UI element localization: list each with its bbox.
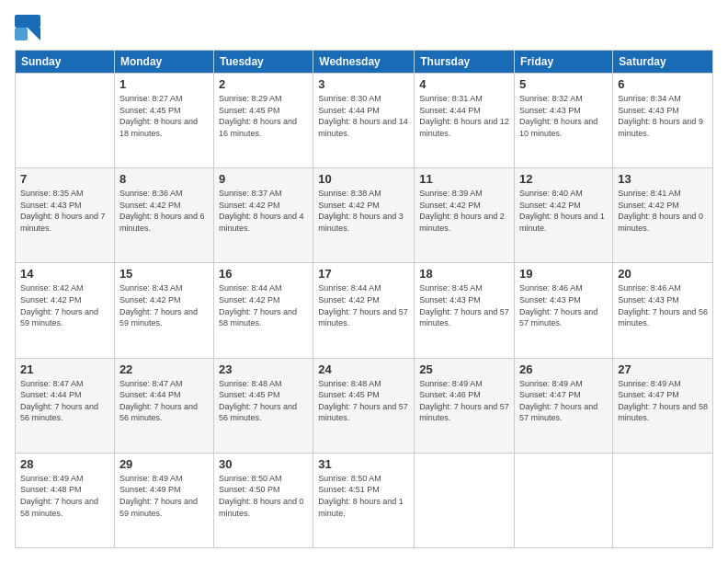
- calendar-cell: 3Sunrise: 8:30 AMSunset: 4:44 PMDaylight…: [313, 74, 415, 168]
- day-info: Sunrise: 8:49 AMSunset: 4:46 PMDaylight:…: [419, 378, 509, 424]
- calendar-cell: 20Sunrise: 8:46 AMSunset: 4:43 PMDayligh…: [613, 263, 713, 358]
- calendar-cell: 28Sunrise: 8:49 AMSunset: 4:48 PMDayligh…: [16, 453, 115, 547]
- calendar-cell: [415, 453, 515, 547]
- day-number: 15: [119, 267, 209, 281]
- day-info: Sunrise: 8:49 AMSunset: 4:49 PMDaylight:…: [119, 473, 209, 519]
- calendar-week-row: 7Sunrise: 8:35 AMSunset: 4:43 PMDaylight…: [16, 168, 713, 263]
- calendar-cell: 19Sunrise: 8:46 AMSunset: 4:43 PMDayligh…: [515, 263, 613, 358]
- day-number: 7: [20, 172, 109, 186]
- day-info: Sunrise: 8:39 AMSunset: 4:42 PMDaylight:…: [419, 188, 509, 234]
- day-number: 19: [519, 267, 608, 281]
- day-number: 10: [318, 172, 409, 186]
- day-number: 20: [618, 267, 708, 281]
- calendar-week-row: 1Sunrise: 8:27 AMSunset: 4:45 PMDaylight…: [16, 74, 713, 168]
- day-info: Sunrise: 8:49 AMSunset: 4:48 PMDaylight:…: [20, 473, 109, 519]
- day-info: Sunrise: 8:50 AMSunset: 4:51 PMDaylight:…: [318, 473, 409, 519]
- day-info: Sunrise: 8:38 AMSunset: 4:42 PMDaylight:…: [318, 188, 409, 234]
- calendar-week-row: 21Sunrise: 8:47 AMSunset: 4:44 PMDayligh…: [16, 358, 713, 453]
- header-wednesday: Wednesday: [313, 51, 415, 74]
- day-info: Sunrise: 8:34 AMSunset: 4:43 PMDaylight:…: [618, 93, 708, 139]
- header-monday: Monday: [114, 51, 213, 74]
- day-info: Sunrise: 8:48 AMSunset: 4:45 PMDaylight:…: [318, 378, 409, 424]
- calendar-cell: 29Sunrise: 8:49 AMSunset: 4:49 PMDayligh…: [114, 453, 213, 547]
- calendar-cell: 17Sunrise: 8:44 AMSunset: 4:42 PMDayligh…: [313, 263, 415, 358]
- day-number: 30: [219, 457, 308, 471]
- day-info: Sunrise: 8:36 AMSunset: 4:42 PMDaylight:…: [119, 188, 209, 234]
- day-info: Sunrise: 8:49 AMSunset: 4:47 PMDaylight:…: [618, 378, 708, 424]
- day-number: 11: [419, 172, 509, 186]
- day-number: 4: [419, 77, 509, 91]
- page-header: [15, 15, 713, 40]
- svg-rect-2: [15, 28, 28, 40]
- header-thursday: Thursday: [415, 51, 515, 74]
- calendar-cell: 22Sunrise: 8:47 AMSunset: 4:44 PMDayligh…: [114, 358, 213, 453]
- calendar-cell: 12Sunrise: 8:40 AMSunset: 4:42 PMDayligh…: [515, 168, 613, 263]
- day-info: Sunrise: 8:49 AMSunset: 4:47 PMDaylight:…: [519, 378, 608, 424]
- calendar-cell: 18Sunrise: 8:45 AMSunset: 4:43 PMDayligh…: [415, 263, 515, 358]
- day-info: Sunrise: 8:35 AMSunset: 4:43 PMDaylight:…: [20, 188, 109, 234]
- calendar-cell: 27Sunrise: 8:49 AMSunset: 4:47 PMDayligh…: [613, 358, 713, 453]
- day-number: 23: [219, 362, 308, 376]
- calendar-page: Sunday Monday Tuesday Wednesday Thursday…: [0, 0, 728, 563]
- day-number: 28: [20, 457, 109, 471]
- calendar-cell: 25Sunrise: 8:49 AMSunset: 4:46 PMDayligh…: [415, 358, 515, 453]
- day-number: 25: [419, 362, 509, 376]
- calendar-cell: 11Sunrise: 8:39 AMSunset: 4:42 PMDayligh…: [415, 168, 515, 263]
- day-info: Sunrise: 8:43 AMSunset: 4:42 PMDaylight:…: [119, 282, 209, 328]
- day-info: Sunrise: 8:29 AMSunset: 4:45 PMDaylight:…: [219, 93, 308, 139]
- calendar-cell: 23Sunrise: 8:48 AMSunset: 4:45 PMDayligh…: [213, 358, 313, 453]
- day-number: 26: [519, 362, 608, 376]
- day-number: 13: [618, 172, 708, 186]
- calendar-cell: [515, 453, 613, 547]
- calendar-cell: 30Sunrise: 8:50 AMSunset: 4:50 PMDayligh…: [213, 453, 313, 547]
- calendar-cell: [613, 453, 713, 547]
- day-info: Sunrise: 8:42 AMSunset: 4:42 PMDaylight:…: [20, 282, 109, 328]
- day-number: 22: [119, 362, 209, 376]
- calendar-cell: 8Sunrise: 8:36 AMSunset: 4:42 PMDaylight…: [114, 168, 213, 263]
- day-number: 5: [519, 77, 608, 91]
- day-number: 6: [618, 77, 708, 91]
- day-info: Sunrise: 8:47 AMSunset: 4:44 PMDaylight:…: [20, 378, 109, 424]
- day-number: 3: [318, 77, 409, 91]
- day-info: Sunrise: 8:41 AMSunset: 4:42 PMDaylight:…: [618, 188, 708, 234]
- day-number: 27: [618, 362, 708, 376]
- logo-icon: [15, 15, 40, 40]
- calendar-cell: 31Sunrise: 8:50 AMSunset: 4:51 PMDayligh…: [313, 453, 415, 547]
- calendar-cell: 26Sunrise: 8:49 AMSunset: 4:47 PMDayligh…: [515, 358, 613, 453]
- day-number: 21: [20, 362, 109, 376]
- day-number: 17: [318, 267, 409, 281]
- calendar-week-row: 28Sunrise: 8:49 AMSunset: 4:48 PMDayligh…: [16, 453, 713, 547]
- calendar-cell: 15Sunrise: 8:43 AMSunset: 4:42 PMDayligh…: [114, 263, 213, 358]
- day-number: 16: [219, 267, 308, 281]
- calendar-week-row: 14Sunrise: 8:42 AMSunset: 4:42 PMDayligh…: [16, 263, 713, 358]
- day-number: 31: [318, 457, 409, 471]
- calendar-cell: 10Sunrise: 8:38 AMSunset: 4:42 PMDayligh…: [313, 168, 415, 263]
- day-info: Sunrise: 8:31 AMSunset: 4:44 PMDaylight:…: [419, 93, 509, 139]
- logo: [15, 15, 44, 40]
- calendar-cell: [16, 74, 115, 168]
- day-number: 2: [219, 77, 308, 91]
- day-info: Sunrise: 8:46 AMSunset: 4:43 PMDaylight:…: [618, 282, 708, 328]
- day-number: 29: [119, 457, 209, 471]
- day-number: 18: [419, 267, 509, 281]
- calendar-cell: 21Sunrise: 8:47 AMSunset: 4:44 PMDayligh…: [16, 358, 115, 453]
- calendar-cell: 5Sunrise: 8:32 AMSunset: 4:43 PMDaylight…: [515, 74, 613, 168]
- header-tuesday: Tuesday: [213, 51, 313, 74]
- header-friday: Friday: [515, 51, 613, 74]
- calendar-cell: 4Sunrise: 8:31 AMSunset: 4:44 PMDaylight…: [415, 74, 515, 168]
- day-info: Sunrise: 8:50 AMSunset: 4:50 PMDaylight:…: [219, 473, 308, 519]
- calendar-cell: 1Sunrise: 8:27 AMSunset: 4:45 PMDaylight…: [114, 74, 213, 168]
- calendar-cell: 24Sunrise: 8:48 AMSunset: 4:45 PMDayligh…: [313, 358, 415, 453]
- day-number: 9: [219, 172, 308, 186]
- day-info: Sunrise: 8:32 AMSunset: 4:43 PMDaylight:…: [519, 93, 608, 139]
- header-saturday: Saturday: [613, 51, 713, 74]
- day-info: Sunrise: 8:44 AMSunset: 4:42 PMDaylight:…: [318, 282, 409, 328]
- calendar-cell: 13Sunrise: 8:41 AMSunset: 4:42 PMDayligh…: [613, 168, 713, 263]
- calendar-cell: 9Sunrise: 8:37 AMSunset: 4:42 PMDaylight…: [213, 168, 313, 263]
- day-info: Sunrise: 8:46 AMSunset: 4:43 PMDaylight:…: [519, 282, 608, 328]
- calendar-cell: 16Sunrise: 8:44 AMSunset: 4:42 PMDayligh…: [213, 263, 313, 358]
- day-info: Sunrise: 8:27 AMSunset: 4:45 PMDaylight:…: [119, 93, 209, 139]
- day-info: Sunrise: 8:44 AMSunset: 4:42 PMDaylight:…: [219, 282, 308, 328]
- day-info: Sunrise: 8:47 AMSunset: 4:44 PMDaylight:…: [119, 378, 209, 424]
- day-number: 24: [318, 362, 409, 376]
